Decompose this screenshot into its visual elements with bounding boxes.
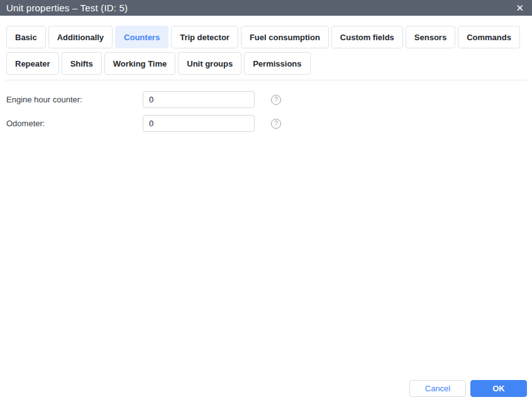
tab-shifts[interactable]: Shifts	[62, 52, 102, 75]
tab-custom-fields[interactable]: Custom fields	[331, 26, 403, 48]
dialog-title: Unit properties – Test (ID: 5)	[6, 3, 514, 13]
ok-button[interactable]: OK	[470, 380, 527, 397]
dialog-titlebar: Unit properties – Test (ID: 5) ✕	[0, 0, 532, 16]
form-row-engine-hour-counter: Engine hour counter: ?	[6, 91, 526, 108]
odometer-input[interactable]	[143, 115, 255, 132]
tab-counters[interactable]: Counters	[115, 26, 169, 48]
tab-trip-detector[interactable]: Trip detector	[171, 26, 238, 48]
tab-repeater[interactable]: Repeater	[6, 52, 59, 75]
help-icon[interactable]: ?	[271, 119, 281, 129]
tab-permissions[interactable]: Permissions	[244, 52, 310, 75]
dialog-footer: Cancel OK	[409, 380, 527, 397]
tab-working-time[interactable]: Working Time	[104, 52, 175, 75]
close-icon[interactable]: ✕	[514, 2, 526, 14]
help-icon[interactable]: ?	[271, 95, 281, 105]
engine-hour-counter-input[interactable]	[143, 91, 255, 108]
engine-hour-counter-label: Engine hour counter:	[6, 95, 143, 104]
cancel-button[interactable]: Cancel	[409, 380, 466, 397]
tab-unit-groups[interactable]: Unit groups	[178, 52, 241, 75]
tab-basic[interactable]: Basic	[6, 26, 46, 48]
odometer-label: Odometer:	[6, 119, 143, 128]
tab-fuel-consumption[interactable]: Fuel consumption	[241, 26, 329, 48]
form-row-odometer: Odometer: ?	[6, 115, 526, 132]
tab-bar: Basic Additionally Counters Trip detecto…	[0, 16, 532, 75]
tab-commands[interactable]: Commands	[458, 26, 520, 48]
tab-sensors[interactable]: Sensors	[406, 26, 455, 48]
tab-additionally[interactable]: Additionally	[48, 26, 113, 48]
counters-form: Engine hour counter: ? Odometer: ?	[0, 80, 532, 132]
